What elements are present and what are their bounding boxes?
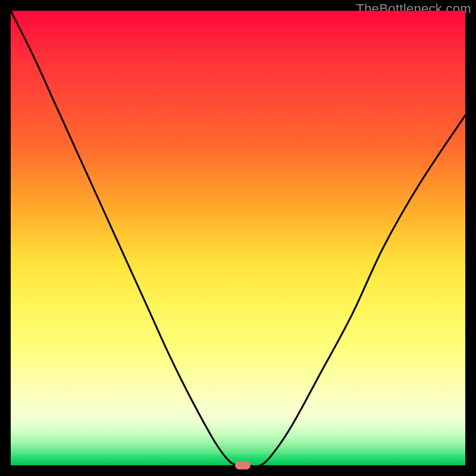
bottleneck-curve: [11, 11, 465, 466]
minimum-marker: [235, 461, 250, 469]
plot-area: [11, 11, 465, 465]
curve-svg: [11, 11, 465, 465]
chart-frame: TheBottleneck.com: [0, 0, 476, 476]
